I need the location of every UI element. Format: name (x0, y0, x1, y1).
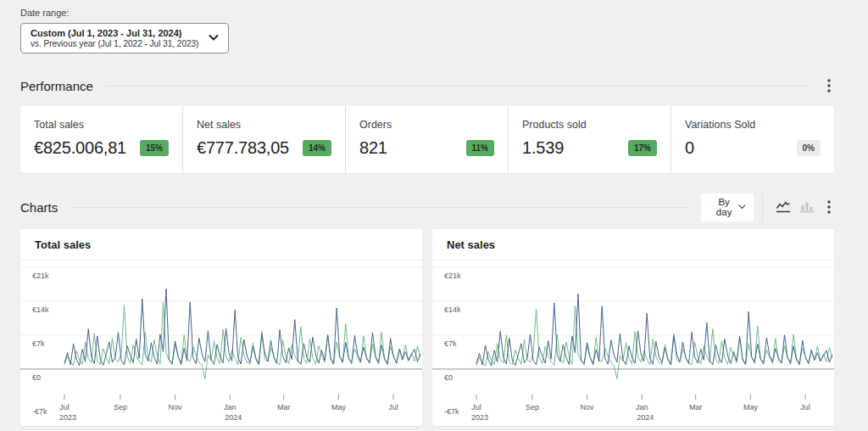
date-range-block: Date range: Custom (Jul 1, 2023 - Jul 31… (20, 8, 834, 53)
line-chart-icon (776, 200, 791, 215)
divider (105, 86, 812, 87)
stat-value: 1.539 (522, 138, 564, 158)
stat-label: Orders (359, 119, 494, 131)
svg-text:€14k: €14k (444, 305, 461, 314)
svg-text:May: May (743, 403, 759, 411)
chevron-down-icon (738, 204, 746, 210)
svg-text:Sep: Sep (526, 403, 539, 411)
ellipsis-vertical-icon (827, 200, 831, 214)
svg-text:Jul: Jul (800, 403, 810, 411)
svg-text:Jan: Jan (636, 403, 648, 411)
interval-select[interactable]: By day (701, 193, 754, 221)
svg-text:Nov: Nov (581, 403, 595, 411)
svg-text:May: May (331, 403, 347, 411)
performance-title: Performance (20, 79, 93, 93)
stat-card-products-sold[interactable]: Products sold 1.539 17% (509, 106, 671, 173)
divider (762, 193, 763, 221)
stat-card-variations-sold[interactable]: Variations Sold 0 0% (671, 106, 834, 173)
charts-row: Total sales €21k€14k€7k€0-€7kJul2023SepN… (20, 229, 834, 426)
stat-delta-badge: 11% (466, 140, 494, 156)
bar-chart-icon (799, 200, 815, 215)
interval-select-value: By day (709, 197, 738, 217)
stat-card-orders[interactable]: Orders 821 11% (346, 106, 509, 173)
performance-header: Performance (20, 76, 834, 96)
net-sales-chart[interactable]: €21k€14k€7k€0-€7kJul2023SepNovJan2024Mar… (432, 260, 834, 425)
stat-delta-badge: 14% (303, 140, 331, 156)
svg-text:Jul: Jul (471, 403, 481, 411)
charts-title: Charts (20, 200, 58, 215)
stat-label: Net sales (197, 119, 331, 131)
stat-delta-badge: 0% (797, 140, 821, 156)
ellipsis-vertical-icon (827, 79, 831, 92)
net-sales-chart-card: Net sales €21k€14k€7k€0-€7kJul2023SepNov… (432, 229, 834, 426)
stat-value: 821 (359, 138, 387, 158)
svg-text:2024: 2024 (637, 413, 654, 422)
svg-text:2023: 2023 (471, 413, 488, 422)
stat-value: €777.783,05 (197, 138, 289, 158)
svg-text:€14k: €14k (32, 305, 49, 314)
chart-card-title: Net sales (447, 238, 495, 251)
svg-text:Sep: Sep (114, 403, 127, 411)
svg-text:€7k: €7k (32, 339, 45, 348)
stat-value: 0 (685, 138, 694, 158)
svg-text:-€7k: -€7k (444, 407, 459, 416)
total-sales-chart-card: Total sales €21k€14k€7k€0-€7kJul2023SepN… (20, 229, 422, 426)
stat-label: Variations Sold (685, 119, 821, 131)
svg-text:€7k: €7k (444, 339, 457, 348)
date-range-label: Date range: (20, 8, 834, 18)
stat-card-net-sales[interactable]: Net sales €777.783,05 14% (183, 106, 346, 173)
performance-menu-button[interactable] (824, 77, 834, 94)
svg-text:Mar: Mar (689, 403, 703, 411)
stat-delta-badge: 15% (140, 140, 169, 156)
total-sales-chart[interactable]: €21k€14k€7k€0-€7kJul2023SepNovJan2024Mar… (20, 260, 422, 425)
divider (70, 207, 689, 208)
svg-text:2024: 2024 (225, 413, 242, 422)
stat-label: Total sales (34, 119, 169, 131)
chart-card-header: Net sales (432, 229, 834, 260)
charts-menu-button[interactable] (824, 199, 834, 216)
stat-delta-badge: 17% (628, 140, 657, 156)
svg-text:Mar: Mar (277, 403, 291, 411)
svg-text:Jan: Jan (224, 403, 236, 411)
stat-label: Products sold (522, 119, 657, 131)
bar-chart-type-button[interactable] (795, 198, 819, 217)
svg-text:€0: €0 (32, 373, 41, 382)
date-range-primary: Custom (Jul 1, 2023 - Jul 31, 2024) (31, 28, 199, 38)
performance-stats-row: Total sales €825.006,81 15% Net sales €7… (20, 106, 834, 173)
stat-card-total-sales[interactable]: Total sales €825.006,81 15% (20, 106, 183, 173)
stat-value: €825.006,81 (34, 138, 126, 158)
svg-text:2023: 2023 (59, 413, 76, 422)
analytics-page: Date range: Custom (Jul 1, 2023 - Jul 31… (0, 0, 851, 431)
chevron-down-icon (209, 34, 219, 42)
svg-text:€21k: €21k (32, 271, 49, 280)
chart-card-title: Total sales (35, 238, 91, 251)
svg-text:Jul: Jul (388, 403, 398, 411)
svg-text:-€7k: -€7k (32, 407, 47, 416)
date-range-secondary: vs. Previous year (Jul 1, 2022 - Jul 31,… (31, 39, 199, 48)
svg-text:€21k: €21k (444, 271, 461, 280)
svg-text:€0: €0 (444, 373, 453, 382)
svg-text:Jul: Jul (59, 403, 70, 411)
line-chart-type-button[interactable] (771, 198, 795, 217)
charts-header: Charts By day (20, 192, 834, 222)
chart-card-header: Total sales (20, 229, 422, 260)
date-range-select[interactable]: Custom (Jul 1, 2023 - Jul 31, 2024) vs. … (20, 23, 229, 53)
svg-text:Nov: Nov (169, 403, 183, 411)
